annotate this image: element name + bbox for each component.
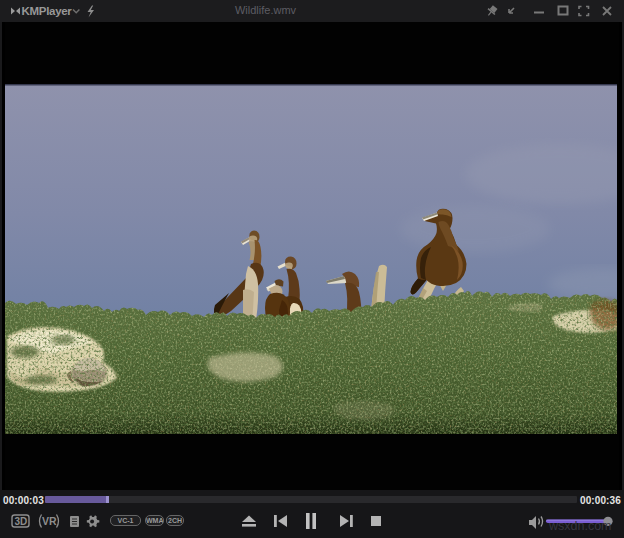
- svg-text:3D: 3D: [15, 516, 28, 527]
- svg-text:VR: VR: [42, 515, 57, 527]
